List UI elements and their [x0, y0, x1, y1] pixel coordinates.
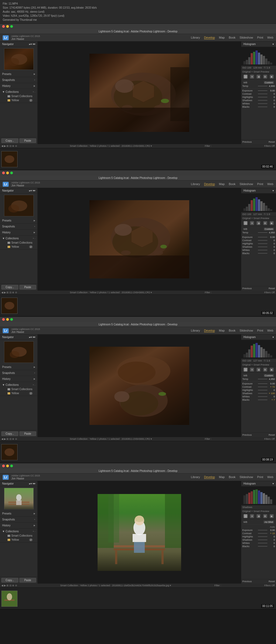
dev-icon-color-1[interactable]: ◑	[257, 75, 260, 79]
dev-icon-lens-1[interactable]: ◉	[270, 75, 274, 79]
contrast-slider-4[interactable]	[258, 533, 267, 534]
history-title-2[interactable]: History ▶	[2, 230, 35, 235]
presets-title-1[interactable]: Presets ▶	[2, 72, 35, 76]
filmstrip-thumb-1a[interactable]	[1, 151, 18, 167]
whites-slider-4[interactable]	[258, 543, 267, 543]
shadows-slider-3[interactable]	[258, 393, 267, 394]
reset-button-4[interactable]: Reset	[268, 580, 275, 583]
smart-collections-item-3[interactable]: ⚙ Smart Collections	[2, 387, 35, 391]
nav-print-3[interactable]: Print	[257, 329, 263, 332]
minimize-button-1[interactable]	[6, 25, 9, 28]
dev-icon-color-4[interactable]: ◑	[257, 514, 260, 518]
presets-title-2[interactable]: Presets ▶	[2, 218, 35, 223]
nav-map-2[interactable]: Map	[219, 182, 225, 186]
reset-button-1[interactable]: Reset	[268, 141, 275, 143]
temp-slider-1[interactable]	[258, 86, 267, 86]
yellow-collection-item-1[interactable]: ■ Yellow 2	[2, 98, 35, 102]
whites-slider-2[interactable]	[258, 250, 267, 250]
shadows-slider-1[interactable]	[258, 100, 267, 101]
snapshots-title-2[interactable]: Snapshots +	[2, 224, 35, 229]
collections-title-1[interactable]: ▼ Collections + -	[2, 90, 35, 94]
reset-button-3[interactable]: Reset	[268, 434, 275, 436]
presets-title-4[interactable]: Presets ▶	[2, 511, 35, 516]
nav-library-4[interactable]: Library	[191, 475, 200, 479]
nav-print-1[interactable]: Print	[257, 36, 263, 39]
maximize-button-1[interactable]	[10, 25, 13, 28]
dev-icon-tone-3[interactable]: ≋	[250, 368, 254, 372]
nav-map-1[interactable]: Map	[219, 36, 225, 39]
filmstrip-thumb-2a[interactable]	[1, 298, 18, 314]
nav-library-2[interactable]: Library	[191, 182, 200, 186]
dev-icon-basic-2[interactable]: ◎	[244, 221, 247, 225]
paste-button-4[interactable]: Paste	[19, 578, 36, 582]
paste-button-2[interactable]: Paste	[19, 285, 36, 289]
filters-off-1[interactable]: Filters Off	[264, 145, 275, 147]
copy-button-4[interactable]: Copy...	[1, 578, 18, 582]
dev-icon-tone-4[interactable]: ≋	[250, 514, 254, 518]
dev-icon-color-2[interactable]: ◑	[257, 221, 260, 225]
nav-print-4[interactable]: Print	[257, 475, 263, 479]
contrast-slider-2[interactable]	[258, 240, 267, 241]
maximize-button-3[interactable]	[10, 318, 13, 321]
nav-print-2[interactable]: Print	[257, 182, 263, 186]
filmstrip-thumb-3a[interactable]	[1, 444, 18, 460]
nav-develop-2[interactable]: Develop	[204, 182, 215, 186]
dev-icon-basic-1[interactable]: ◎	[244, 75, 247, 79]
temp-slider-3[interactable]	[258, 379, 267, 379]
nav-slideshow-3[interactable]: Slideshow	[240, 329, 253, 332]
smart-collections-item-2[interactable]: ⚙ Smart Collections	[2, 241, 35, 245]
temp-slider-2[interactable]	[258, 232, 267, 233]
contrast-slider-1[interactable]	[258, 94, 267, 94]
highlights-slider-1[interactable]	[258, 97, 267, 97]
yellow-collection-item-4[interactable]: ■ Yellow 2	[2, 538, 35, 542]
copy-button-3[interactable]: Copy...	[1, 431, 18, 436]
whites-slider-1[interactable]	[258, 103, 267, 104]
collections-title-2[interactable]: ▼ Collections + -	[2, 236, 35, 241]
snapshots-title-1[interactable]: Snapshots +	[2, 78, 35, 82]
nav-book-1[interactable]: Book	[229, 36, 236, 39]
paste-button-1[interactable]: Paste	[19, 138, 36, 143]
nav-web-2[interactable]: Web	[267, 182, 273, 186]
blacks-slider-2[interactable]	[258, 253, 267, 254]
exposure-slider-3[interactable]	[258, 383, 267, 384]
paste-button-3[interactable]: Paste	[19, 431, 36, 436]
nav-book-2[interactable]: Book	[229, 182, 236, 186]
exposure-slider-1[interactable]	[258, 90, 267, 91]
nav-web-3[interactable]: Web	[267, 329, 273, 332]
close-button-3[interactable]	[2, 318, 5, 321]
dev-icon-basic-3[interactable]: ◎	[244, 368, 247, 372]
nav-web-4[interactable]: Web	[267, 475, 273, 479]
highlights-slider-2[interactable]	[258, 243, 267, 244]
nav-slideshow-2[interactable]: Slideshow	[240, 182, 253, 186]
snapshots-title-4[interactable]: Snapshots +	[2, 517, 35, 522]
nav-library-3[interactable]: Library	[191, 329, 200, 332]
yellow-collection-item-2[interactable]: ■ Yellow 2	[2, 245, 35, 249]
nav-develop-4[interactable]: Develop	[204, 475, 215, 479]
maximize-button-2[interactable]	[10, 172, 13, 174]
nav-library-1[interactable]: Library	[191, 36, 200, 39]
filters-off-2[interactable]: Filters Off	[264, 291, 275, 294]
nav-web-1[interactable]: Web	[267, 36, 273, 39]
close-button-2[interactable]	[2, 172, 5, 174]
history-title-3[interactable]: History ▶	[2, 377, 35, 381]
dev-icon-detail-2[interactable]: ⊞	[263, 221, 267, 225]
blacks-slider-1[interactable]	[258, 107, 267, 107]
dev-icon-lens-2[interactable]: ◉	[270, 221, 274, 225]
history-title-1[interactable]: History ▶	[2, 84, 35, 88]
dev-icon-lens-3[interactable]: ◉	[270, 368, 274, 372]
filters-off-3[interactable]: Filters Off	[264, 438, 275, 440]
copy-button-1[interactable]: Copy...	[1, 138, 18, 143]
nav-map-3[interactable]: Map	[219, 329, 225, 332]
dev-icon-tone-2[interactable]: ≋	[250, 221, 254, 225]
blacks-slider-3[interactable]	[258, 400, 267, 400]
dev-icon-tone-1[interactable]: ≋	[250, 75, 254, 79]
collections-title-4[interactable]: ▼ Collections + -	[2, 529, 35, 534]
minimize-button-2[interactable]	[6, 172, 9, 174]
filters-off-4[interactable]: Filters Off	[264, 584, 275, 587]
nav-slideshow-1[interactable]: Slideshow	[240, 36, 253, 39]
snapshots-title-3[interactable]: Snapshots +	[2, 371, 35, 375]
close-button-1[interactable]	[2, 25, 5, 28]
nav-develop-3[interactable]: Develop	[204, 329, 215, 332]
whites-slider-3[interactable]	[258, 396, 267, 397]
yellow-collection-item-3[interactable]: ■ Yellow 2	[2, 391, 35, 395]
